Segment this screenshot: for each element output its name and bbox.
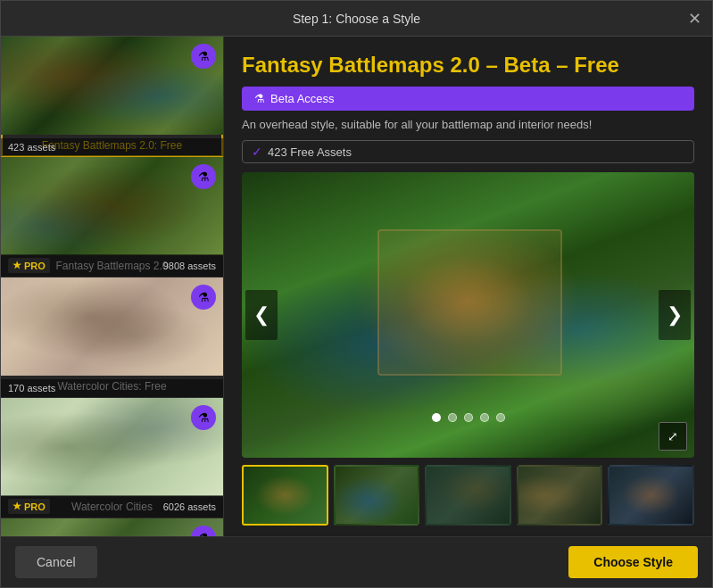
star-icon-4: ★ [12, 501, 21, 512]
check-icon: ✓ [252, 145, 262, 159]
carousel-dot-4[interactable] [480, 413, 489, 422]
asset-count-4: 6026 assets [163, 501, 216, 512]
pro-badge-2: ★PRO [8, 258, 50, 273]
fullscreen-button[interactable]: ⤢ [659, 422, 687, 451]
style-thumbnail-3 [1, 277, 223, 376]
asset-count-2: 9808 assets [163, 261, 216, 271]
sidebar-item-style5[interactable]: ⚗ [1, 518, 223, 536]
flask-icon-3: ⚗ [198, 290, 210, 304]
flask-icon-wrapper-4: ⚗ [191, 405, 216, 430]
modal-header: Step 1: Choose a Style ✕ [1, 1, 712, 37]
beta-flask-icon: ⚗ [254, 92, 265, 105]
style-thumbnail-2 [1, 157, 223, 255]
carousel-next-button[interactable]: ❯ [659, 290, 691, 340]
beta-button-label: Beta Access [270, 92, 335, 105]
thumbnails-row [242, 465, 694, 526]
assets-badge-text: 423 Free Assets [268, 145, 352, 159]
sidebar-item-fantasy-free[interactable]: ⚗ 423 assets Fantasy Battlemaps 2.0: Fre… [1, 37, 223, 157]
flask-icon-5: ⚗ [198, 531, 210, 536]
style-overlay-3: 170 assets [1, 379, 223, 397]
modal-body: ⚗ 423 assets Fantasy Battlemaps 2.0: Fre… [1, 37, 712, 536]
style-thumbnail-4 [1, 398, 223, 496]
style-thumbnail-5 [1, 518, 223, 536]
fullscreen-icon: ⤢ [667, 429, 678, 443]
cancel-button[interactable]: Cancel [15, 546, 97, 578]
star-icon-2: ★ [12, 260, 21, 271]
sidebar: ⚗ 423 assets Fantasy Battlemaps 2.0: Fre… [1, 37, 224, 536]
carousel-dot-3[interactable] [464, 413, 473, 422]
style-thumbnail-1 [1, 37, 223, 135]
style-title: Fantasy Battlemaps 2.0 – Beta – Free [242, 53, 694, 78]
sidebar-item-watercolor-pro[interactable]: ⚗ ★PRO 6026 assets Watercolor Cities [1, 398, 223, 518]
asset-count-1: 423 assets [8, 142, 55, 153]
modal-title: Step 1: Choose a Style [293, 12, 420, 26]
sidebar-item-watercolor-free[interactable]: ⚗ 170 assets Watercolor Cities: Free [1, 277, 223, 398]
carousel-dots [432, 413, 505, 422]
carousel-prev-button[interactable]: ❮ [245, 290, 278, 340]
modal-footer: Cancel Choose Style [1, 536, 712, 587]
flask-icon-1: ⚗ [198, 49, 210, 63]
style-description: An overhead style, suitable for all your… [242, 118, 694, 131]
flask-icon-wrapper-2: ⚗ [191, 164, 216, 189]
sidebar-item-fantasy-pro[interactable]: ⚗ ★PRO 9808 assets Fantasy Battlemaps 2.… [1, 157, 223, 277]
carousel-wrapper: ❮ ❯ ⤢ [242, 172, 694, 458]
carousel-dot-2[interactable] [448, 413, 457, 422]
thumbnail-2[interactable] [334, 465, 420, 526]
carousel-dot-5[interactable] [496, 413, 505, 422]
flask-icon-4: ⚗ [198, 410, 210, 425]
thumbnail-1[interactable] [242, 465, 328, 526]
flask-icon-wrapper-1: ⚗ [191, 44, 216, 69]
thumbnail-4[interactable] [517, 465, 603, 526]
thumbnail-3[interactable] [425, 465, 511, 526]
style-overlay-2: ★PRO 9808 assets [1, 254, 223, 277]
style-overlay-1: 423 assets [1, 138, 223, 156]
close-button[interactable]: ✕ [688, 11, 701, 27]
style-overlay-4: ★PRO 6026 assets [1, 495, 223, 518]
assets-badge: ✓ 423 Free Assets [242, 140, 694, 163]
main-content: Fantasy Battlemaps 2.0 – Beta – Free ⚗ B… [224, 37, 712, 536]
flask-icon-2: ⚗ [198, 170, 210, 184]
asset-count-3: 170 assets [8, 383, 55, 393]
thumbnail-5[interactable] [608, 465, 694, 526]
choose-style-button[interactable]: Choose Style [568, 546, 698, 578]
carousel-dot-1[interactable] [432, 413, 441, 422]
flask-icon-wrapper-3: ⚗ [191, 285, 216, 310]
pro-badge-4: ★PRO [8, 499, 50, 514]
beta-access-button[interactable]: ⚗ Beta Access [242, 87, 694, 111]
modal: Step 1: Choose a Style ✕ ⚗ 423 assets Fa… [0, 0, 713, 588]
